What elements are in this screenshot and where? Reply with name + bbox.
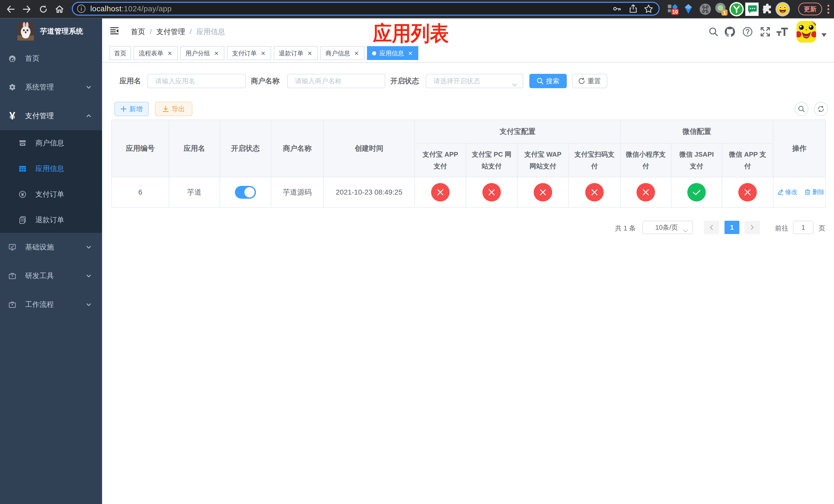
svg-text:1: 1 bbox=[723, 10, 726, 15]
svg-text:10: 10 bbox=[672, 9, 678, 15]
